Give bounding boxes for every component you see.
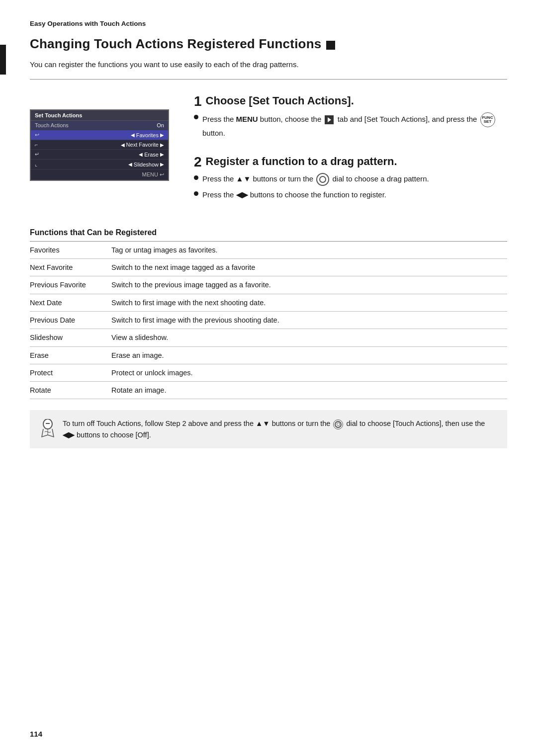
note-dial-icon <box>333 420 343 429</box>
page: Easy Operations with Touch Actions Chang… <box>0 0 537 756</box>
screen-row-0: ↩ ◀ Favorites ▶ <box>31 130 168 140</box>
screen-row-3-icon: ⌞ <box>35 161 128 168</box>
screen-row-2-value: ◀ Erase ▶ <box>139 152 164 158</box>
left-right-arrows-icon: ◀▶ <box>236 190 248 199</box>
step-2-title: Register a function to a drag pattern. <box>206 155 397 168</box>
screen-header-row: Touch Actions On <box>31 121 168 130</box>
right-arrow-box-icon <box>325 115 334 124</box>
title-square-icon <box>326 41 335 50</box>
intro-text: You can register the functions you want … <box>30 59 507 70</box>
screen-row-2-icon: ↵ <box>35 151 139 158</box>
function-description: Switch to the next image tagged as a fav… <box>109 259 507 276</box>
step-1-title: Choose [Set Touch Actions]. <box>206 94 354 107</box>
function-name: Protect <box>30 364 109 381</box>
table-row: ProtectProtect or unlock images. <box>30 364 507 381</box>
table-row: SlideshowView a slideshow. <box>30 329 507 346</box>
step-2-bullet-2-text: Press the ◀▶ buttons to choose the funct… <box>202 189 507 200</box>
right-column: 1 Choose [Set Touch Actions]. Press the … <box>189 80 507 216</box>
step-2-block: 2 Register a function to a drag pattern.… <box>194 155 507 200</box>
functions-title: Functions that Can be Registered <box>30 228 507 237</box>
left-accent-bar <box>0 45 6 75</box>
page-number: 114 <box>30 730 42 738</box>
screen-row-3: ⌞ ◀ Slideshow ▶ <box>31 160 168 169</box>
table-row: EraseErase an image. <box>30 346 507 364</box>
left-column: Set Touch Actions Touch Actions On ↩ ◀ F… <box>30 80 189 216</box>
step-1-block: 1 Choose [Set Touch Actions]. Press the … <box>194 94 507 139</box>
step-2-bullet-1-text: Press the ▲▼ buttons or turn the dial to… <box>202 173 507 186</box>
functions-table: FavoritesTag or untag images as favorite… <box>30 241 507 400</box>
screen-bottom: MENU ↩ <box>31 169 168 180</box>
step-1-number: 1 <box>194 94 202 108</box>
function-name: Previous Favorite <box>30 276 109 294</box>
table-row: Next FavoriteSwitch to the next image ta… <box>30 259 507 276</box>
up-down-arrows-icon: ▲▼ <box>236 174 251 183</box>
screen-header-right: On <box>157 122 164 128</box>
screen-row-0-icon: ↩ <box>35 132 131 138</box>
step-1-bullet-1-text: Press the MENU button, choose the tab an… <box>202 112 507 139</box>
table-row: Previous DateSwitch to first image with … <box>30 311 507 329</box>
function-description: Switch to the previous image tagged as a… <box>109 276 507 294</box>
two-col-section: Set Touch Actions Touch Actions On ↩ ◀ F… <box>30 80 507 216</box>
screen-row-2: ↵ ◀ Erase ▶ <box>31 150 168 160</box>
func-set-button-icon: FUNC SET <box>480 112 495 127</box>
screen-row-1: ⌐ ◀ Next Favorite ▶ <box>31 140 168 150</box>
function-description: Switch to first image with the previous … <box>109 311 507 329</box>
screen-row-1-value: ◀ Next Favorite ▶ <box>121 142 164 148</box>
screen-row-0-value: ◀ Favorites ▶ <box>131 132 164 138</box>
function-description: Tag or untag images as favorites. <box>109 241 507 258</box>
screen-title: Set Touch Actions <box>31 110 168 121</box>
table-row: RotateRotate an image. <box>30 382 507 399</box>
table-row: Previous FavoriteSwitch to the previous … <box>30 276 507 294</box>
table-row: FavoritesTag or untag images as favorite… <box>30 241 507 258</box>
function-description: Erase an image. <box>109 346 507 364</box>
step-2-bullet-1: Press the ▲▼ buttons or turn the dial to… <box>194 173 507 186</box>
function-name: Next Favorite <box>30 259 109 276</box>
screen-header-left: Touch Actions <box>35 122 157 128</box>
table-row: Next DateSwitch to first image with the … <box>30 294 507 311</box>
bullet-dot-icon <box>194 115 198 119</box>
step-1-header: 1 Choose [Set Touch Actions]. <box>194 94 507 108</box>
step-1-bullet-1: Press the MENU button, choose the tab an… <box>194 112 507 139</box>
note-text: To turn off Touch Actions, follow Step 2… <box>63 418 497 440</box>
screen-row-1-icon: ⌐ <box>35 142 121 148</box>
bullet-dot-icon-2 <box>194 175 198 180</box>
note-box: To turn off Touch Actions, follow Step 2… <box>30 410 507 448</box>
step-2-bullet-2: Press the ◀▶ buttons to choose the funct… <box>194 189 507 200</box>
step-2-header: 2 Register a function to a drag pattern. <box>194 155 507 169</box>
function-description: Switch to first image with the next shoo… <box>109 294 507 311</box>
function-description: Rotate an image. <box>109 382 507 399</box>
function-name: Next Date <box>30 294 109 311</box>
breadcrumb: Easy Operations with Touch Actions <box>30 20 507 27</box>
function-name: Favorites <box>30 241 109 258</box>
function-description: Protect or unlock images. <box>109 364 507 381</box>
functions-section: Functions that Can be Registered Favorit… <box>30 228 507 400</box>
svg-rect-1 <box>46 423 50 424</box>
step-1-body: Press the MENU button, choose the tab an… <box>194 112 507 139</box>
function-name: Previous Date <box>30 311 109 329</box>
step-2-number: 2 <box>194 155 202 169</box>
dial-icon <box>316 173 329 186</box>
camera-screen: Set Touch Actions Touch Actions On ↩ ◀ F… <box>30 109 169 181</box>
note-pencil-icon <box>40 419 56 438</box>
screen-row-3-value: ◀ Slideshow ▶ <box>128 162 164 168</box>
function-description: View a slideshow. <box>109 329 507 346</box>
step-2-body: Press the ▲▼ buttons or turn the dial to… <box>194 173 507 200</box>
page-title: Changing Touch Actions Registered Functi… <box>30 36 507 52</box>
bullet-dot-icon-3 <box>194 191 198 196</box>
function-name: Erase <box>30 346 109 364</box>
function-name: Rotate <box>30 382 109 399</box>
function-name: Slideshow <box>30 329 109 346</box>
